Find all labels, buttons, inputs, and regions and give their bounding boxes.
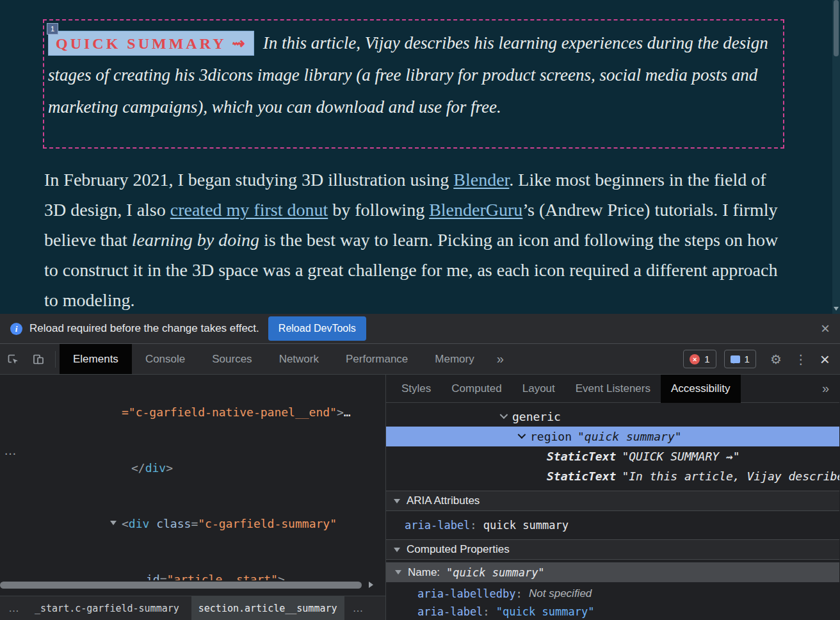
ax-node-statictext[interactable]: StaticText "In this article, Vijay descr… <box>386 466 839 486</box>
dom-node[interactable]: ="c-garfield-native-panel__end">… <box>0 403 385 421</box>
separator: : <box>483 605 496 618</box>
device-toolbar-icon <box>31 352 45 366</box>
settings-button[interactable]: ⚙ <box>764 352 788 367</box>
tab-layout[interactable]: Layout <box>512 375 565 403</box>
section-title: Computed Properties <box>407 543 510 556</box>
breadcrumb-item-summary-div[interactable]: _start.c-garfield-summary <box>28 596 186 620</box>
property-value: quick summary <box>483 519 569 532</box>
devtools-close-icon[interactable]: × <box>814 351 840 368</box>
page-scrollbar-thumb[interactable] <box>834 0 839 56</box>
property-value: Not specified <box>529 587 592 600</box>
device-toolbar-button[interactable] <box>28 348 49 370</box>
infobar-message: Reload required before the change takes … <box>29 322 259 335</box>
devtools-main: ="c-garfield-native-panel__end">… </div>… <box>0 375 840 620</box>
ax-name: "quick summary" <box>578 430 682 443</box>
infobar-close-icon[interactable]: × <box>821 321 830 336</box>
punct: > <box>337 405 344 419</box>
devtools-panel: i Reload required before the change take… <box>0 314 840 620</box>
punct: < <box>122 517 129 530</box>
link-blender[interactable]: Blender <box>453 170 509 190</box>
article-paragraph: In February 2021, I began studying 3D il… <box>44 165 783 314</box>
breadcrumb-item-section[interactable]: section.article__summary <box>191 596 344 620</box>
ax-role: StaticText <box>547 469 616 483</box>
collapsed-content[interactable]: … <box>344 405 351 419</box>
punct: = <box>191 517 198 530</box>
tab-elements[interactable]: Elements <box>60 344 132 374</box>
error-count-badge[interactable]: × 1 <box>683 350 716 368</box>
more-sidebar-tabs-button[interactable]: » <box>822 381 829 396</box>
aria-label-attribute-row: aria-label: quick summary <box>386 516 839 535</box>
quick-summary-region: 1 QUICK SUMMARY ⇝ In this article, Vijay… <box>43 19 784 149</box>
issues-count-badge[interactable]: 1 <box>724 350 756 368</box>
scroll-down-icon[interactable] <box>834 307 839 311</box>
ax-name: "QUICK SUMMARY ⇝" <box>622 450 739 463</box>
kebab-menu-button[interactable]: ⋮ <box>788 352 814 367</box>
page-scrollbar[interactable] <box>832 0 840 314</box>
collapse-arrow-icon <box>394 499 400 503</box>
dom-node[interactable]: </div> <box>0 459 385 477</box>
more-tabs-button[interactable]: » <box>488 352 513 366</box>
quick-summary-heading: 1 QUICK SUMMARY ⇝ <box>48 31 254 56</box>
section-title: ARIA Attributes <box>407 494 480 507</box>
tab-console[interactable]: Console <box>132 344 198 374</box>
tab-network[interactable]: Network <box>266 344 332 374</box>
browser-viewport: 1 QUICK SUMMARY ⇝ In this article, Vijay… <box>0 0 840 314</box>
dom-node[interactable]: <div class="c-garfield-summary" <box>0 514 385 533</box>
aria-attributes-section-header[interactable]: ARIA Attributes <box>386 491 839 511</box>
aria-labelledby-row: aria-labelledby: Not specified <box>386 585 839 602</box>
attr-value: "c-garfield-summary" <box>198 517 337 530</box>
chevron-down-icon[interactable] <box>518 430 526 439</box>
tab-event-listeners[interactable]: Event Listeners <box>565 375 661 403</box>
ax-node-generic[interactable]: generic <box>386 407 839 427</box>
info-icon: i <box>10 323 22 335</box>
computed-properties-section-header[interactable]: Computed Properties <box>386 539 839 560</box>
tag-name: div <box>145 461 166 475</box>
computed-name-row[interactable]: Name: "quick summary" <box>386 562 839 582</box>
ax-role: region <box>530 430 572 443</box>
computed-name-value: "quick summary" <box>446 566 545 579</box>
error-icon: × <box>690 354 700 364</box>
ax-node-region-selected[interactable]: region "quick summary" <box>386 427 839 446</box>
issue-count: 1 <box>745 354 750 364</box>
breadcrumb-overflow-right[interactable]: … <box>344 602 372 615</box>
paragraph-text: In February 2021, I began studying 3D il… <box>44 170 453 190</box>
tab-memory[interactable]: Memory <box>421 344 487 374</box>
inspect-element-button[interactable] <box>2 348 24 370</box>
elements-pane: ="c-garfield-native-panel__end">… </div>… <box>0 375 386 620</box>
issues-icon <box>731 355 740 363</box>
link-first-donut[interactable]: created my first donut <box>170 200 328 220</box>
ax-role: StaticText <box>547 450 616 463</box>
computed-name-label: Name: <box>408 566 440 579</box>
chevron-down-icon[interactable] <box>500 411 508 419</box>
punct: > <box>166 461 173 475</box>
tab-computed[interactable]: Computed <box>441 375 512 403</box>
node-more-actions-button[interactable]: … <box>4 444 18 457</box>
link-blenderguru[interactable]: BlenderGuru <box>429 200 522 220</box>
tab-sources[interactable]: Sources <box>198 344 265 374</box>
toolbar-divider <box>55 351 56 368</box>
error-count: 1 <box>704 354 709 364</box>
ax-name: "In this article, Vijay describes his l <box>622 469 839 483</box>
inspect-icon <box>6 352 20 366</box>
expand-arrow-icon[interactable] <box>110 521 117 525</box>
elements-horizontal-scrollbar[interactable] <box>0 580 385 590</box>
tab-performance[interactable]: Performance <box>332 344 421 374</box>
tab-styles[interactable]: Styles <box>391 375 441 403</box>
collapse-arrow-icon[interactable] <box>395 570 401 575</box>
h-scrollbar-thumb[interactable] <box>0 582 362 589</box>
punct: </ <box>131 461 145 475</box>
collapse-arrow-icon <box>394 548 400 552</box>
scroll-right-icon[interactable] <box>369 582 373 588</box>
property-name: aria-label <box>405 519 470 532</box>
property-name: aria-label <box>417 605 483 618</box>
reload-devtools-button[interactable]: Reload DevTools <box>268 316 366 341</box>
ax-node-statictext[interactable]: StaticText "QUICK SUMMARY ⇝" <box>386 446 839 466</box>
breadcrumb-overflow-left[interactable]: … <box>0 602 28 615</box>
breadcrumb: … _start.c-garfield-summary section.arti… <box>0 596 385 620</box>
reload-infobar: i Reload required before the change take… <box>0 314 840 344</box>
tab-accessibility[interactable]: Accessibility <box>661 375 741 403</box>
separator: : <box>516 587 529 600</box>
inspect-badge: 1 <box>47 23 58 35</box>
aria-label-source-row: aria-label: "quick summary" <box>386 603 839 620</box>
screen: 1 QUICK SUMMARY ⇝ In this article, Vijay… <box>0 0 840 620</box>
